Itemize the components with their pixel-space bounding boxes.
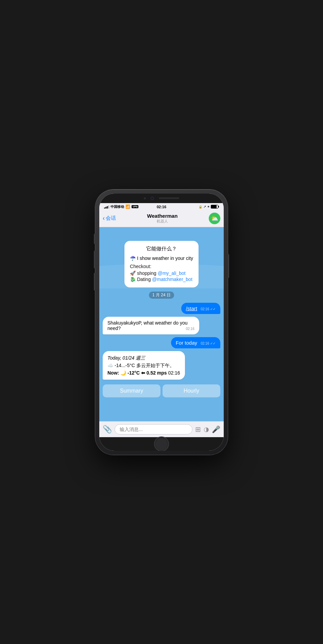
volume-down-button: [94, 273, 95, 291]
bot-msg1-time: 02:16: [186, 327, 194, 331]
location-icon: ↗: [203, 205, 206, 209]
checkmarks-1: ✓✓: [210, 307, 216, 311]
matchmaker-bot-link[interactable]: @matchmaker_bot: [152, 277, 192, 282]
mute-button: [94, 234, 95, 244]
weather-now: Now: 🌙 -12°C ⬅ 0.52 mps 02:16: [107, 370, 180, 376]
nav-title: Weatherman 机器人: [147, 213, 178, 224]
input-bar: 📎 ⊞ ◑ 🎤: [99, 421, 224, 437]
user-msg1-time: 02:16 ✓✓: [201, 307, 216, 311]
welcome-title: 它能做什么？: [130, 246, 193, 252]
nav-bar: ‹ 会话 Weatherman 机器人 ⛅: [99, 211, 224, 227]
emoji-keyboard-icon[interactable]: ⊞: [195, 425, 201, 433]
dating-link: 🐉 Dating @matchmaker_bot: [130, 277, 193, 282]
weather-bubble: Today, 01/24 週三 ☁️ -14...-5°C 多云开始于下午。 N…: [103, 351, 185, 380]
mic-icon[interactable]: 🎤: [212, 425, 220, 433]
sticker-icon[interactable]: ◑: [204, 426, 209, 433]
phone-screen: 中国移动 📶 VPN 02:16 🔒 ↗ ✴ ‹ 会话: [99, 194, 224, 451]
dragon-icon: 🐉: [130, 277, 136, 282]
battery: [211, 205, 219, 209]
back-label: 会话: [106, 215, 116, 221]
my-ali-bot-link[interactable]: @my_ali_bot: [158, 270, 186, 276]
message-input[interactable]: [115, 424, 192, 434]
checkout-label: Checkout:: [130, 264, 193, 269]
user-msg2-time: 02:16 ✓✓: [201, 342, 216, 345]
status-bar: 中国移动 📶 VPN 02:16 🔒 ↗ ✴: [99, 203, 224, 211]
signal-bars: [104, 205, 109, 209]
welcome-desc-text: I show weather in your city: [137, 255, 193, 261]
weather-temp: ☁️ -14...-5°C 多云开始于下午。: [107, 363, 180, 369]
vpn-badge: VPN: [132, 205, 138, 208]
status-right: 🔒 ↗ ✴: [199, 205, 219, 209]
camera-dot: [144, 197, 146, 199]
status-left: 中国移动 📶 VPN: [104, 204, 138, 209]
home-button[interactable]: [154, 436, 169, 451]
rocket-icon: 🚀: [130, 270, 136, 276]
bot-icon: ⛅: [211, 215, 218, 222]
quick-replies: Summary Hourly: [103, 382, 220, 400]
lock-icon: 🔒: [199, 205, 202, 209]
bot-message-1: ShakuyakukyoP, what weather do you need?…: [103, 317, 199, 334]
user-message-2: For today 02:16 ✓✓: [171, 337, 220, 348]
camera-area: [99, 194, 224, 203]
date-divider: 1 月 24 日: [149, 292, 174, 299]
camera-lens: [151, 197, 154, 200]
chat-subtitle: 机器人: [147, 219, 178, 224]
checkmarks-2: ✓✓: [210, 342, 216, 345]
user-message-1: /start 02:16 ✓✓: [181, 303, 220, 314]
back-button[interactable]: ‹ 会话: [103, 215, 116, 222]
user-msg2-text: For today: [176, 340, 197, 346]
speaker-slot: [159, 197, 179, 199]
shopping-link: 🚀 shopping @my_ali_bot: [130, 270, 193, 276]
weather-now-text: Now: 🌙 -12°C ⬅ 0.52 mps: [107, 370, 167, 376]
weather-date: Today, 01/24 週三: [107, 355, 180, 361]
home-area: [99, 437, 224, 451]
welcome-desc: ☂️ I show weather in your city: [130, 255, 193, 261]
bot-avatar[interactable]: ⛅: [209, 213, 220, 224]
wifi-icon: 📶: [125, 204, 130, 209]
summary-button[interactable]: Summary: [103, 384, 160, 397]
bluetooth-icon: ✴: [207, 205, 210, 209]
power-button: [228, 254, 229, 278]
phone-frame: 中国移动 📶 VPN 02:16 🔒 ↗ ✴ ‹ 会话: [95, 189, 228, 455]
status-time: 02:16: [157, 205, 166, 209]
bot-msg1-text: ShakuyakukyoP, what weather do you need?: [107, 320, 188, 331]
weather-time: 02:16: [168, 370, 180, 376]
chat-area: 它能做什么？ ☂️ I show weather in your city Ch…: [99, 227, 224, 421]
welcome-bubble: 它能做什么？ ☂️ I show weather in your city Ch…: [124, 241, 199, 287]
umbrella-icon: ☂️: [130, 255, 136, 261]
attach-icon[interactable]: 📎: [103, 425, 112, 434]
user-msg1-text: /start: [186, 306, 197, 311]
carrier-name: 中国移动: [111, 204, 124, 209]
hourly-button[interactable]: Hourly: [163, 384, 220, 397]
volume-up-button: [94, 251, 95, 268]
chat-title: Weatherman: [147, 213, 178, 219]
